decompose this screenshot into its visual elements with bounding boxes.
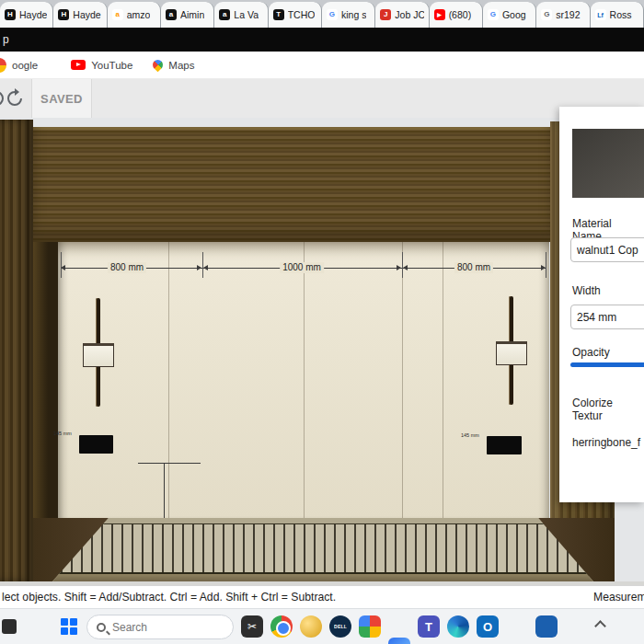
- tab-favicon-glyph: J: [384, 11, 387, 18]
- dell-label: DELL: [334, 624, 347, 629]
- browser-tab[interactable]: ▶(680): [430, 2, 483, 28]
- windows-logo-pane: [61, 627, 68, 635]
- start-button[interactable]: [61, 618, 77, 635]
- tab-label: Job JC: [395, 9, 423, 20]
- tab-label: (680): [449, 9, 472, 20]
- tab-favicon-glyph: G: [329, 11, 335, 18]
- taskbar-corner-icon[interactable]: [2, 619, 17, 634]
- dimension-arrow: [541, 265, 546, 270]
- small-dimension-right: 145 mm: [461, 432, 479, 438]
- bookmark-youtube[interactable]: YouTube: [58, 60, 132, 71]
- windows-logo-pane: [61, 618, 68, 626]
- tab-favicon: a: [166, 9, 177, 20]
- dimension-tick: [546, 252, 546, 278]
- bookmark-label: Maps: [168, 60, 194, 71]
- dimension-arrow: [403, 265, 408, 270]
- browser-tab[interactable]: Gsr192: [536, 2, 590, 28]
- bookmark-maps[interactable]: Maps: [153, 60, 194, 71]
- tray-chevron-icon[interactable]: [594, 620, 606, 632]
- dimension-arrow: [397, 265, 401, 270]
- windows-logo-pane: [70, 627, 77, 635]
- wood-beam: [33, 127, 552, 242]
- browser-tab[interactable]: HHayde: [53, 2, 107, 28]
- texture-name[interactable]: herringbone_f: [572, 436, 640, 449]
- tab-favicon-glyph: T: [276, 11, 281, 18]
- tab-label: sr192: [556, 9, 580, 20]
- chrome-icon[interactable]: [270, 615, 293, 638]
- bookmark-google[interactable]: oogle: [0, 58, 38, 73]
- paint-icon[interactable]: [388, 638, 410, 644]
- tab-favicon: Lf: [595, 9, 606, 20]
- tab-label: Hayde: [73, 9, 100, 20]
- taskbar-search[interactable]: [86, 615, 234, 639]
- dimension-arrow: [197, 265, 201, 270]
- browser-tab[interactable]: GGoog: [483, 2, 536, 28]
- wood-column-left: [0, 120, 33, 581]
- tab-favicon-glyph: a: [223, 11, 226, 18]
- tab-favicon: G: [488, 9, 499, 20]
- browser-tab-strip: HHayde HHayde aamzo aAimin aLa Va TTCHO …: [0, 0, 644, 28]
- tab-favicon-glyph: H: [61, 11, 66, 18]
- tab-favicon: ▶: [434, 9, 445, 20]
- blue-app-icon[interactable]: [535, 615, 558, 638]
- tab-favicon-glyph: G: [544, 11, 549, 18]
- browser-tab[interactable]: HHayde: [0, 2, 53, 28]
- bookmark-label: oogle: [12, 60, 38, 71]
- tab-favicon-glyph: a: [169, 11, 173, 18]
- tab-label: TCHO: [288, 9, 316, 20]
- panel-seam: [304, 242, 305, 520]
- google-icon: [0, 58, 6, 73]
- black-box-left: [79, 435, 113, 454]
- tab-label: Ross: [610, 9, 632, 20]
- width-input[interactable]: [570, 305, 644, 329]
- tab-favicon: J: [380, 9, 391, 20]
- browser-tab[interactable]: aamzo: [108, 2, 161, 28]
- search-icon: [97, 623, 106, 632]
- bookmarks-bar: oogle YouTube Maps: [0, 52, 644, 79]
- browser-tab[interactable]: aAimin: [161, 2, 214, 28]
- tab-label: amzo: [127, 9, 151, 20]
- windows-logo-pane: [70, 618, 77, 626]
- tab-favicon-glyph: Lf: [597, 12, 604, 18]
- tab-favicon: H: [5, 9, 16, 20]
- browser-tab[interactable]: aLa Va: [214, 2, 268, 28]
- panel-seam: [402, 242, 403, 520]
- tab-favicon: G: [327, 9, 338, 20]
- search-input[interactable]: [112, 621, 213, 634]
- tab-label: La Va: [234, 9, 259, 20]
- dimension-label-left: 800 mm: [108, 262, 146, 273]
- opacity-slider[interactable]: [570, 362, 644, 367]
- redo-icon[interactable]: [4, 87, 26, 109]
- teams-icon[interactable]: [418, 615, 440, 638]
- material-thumbnail[interactable]: [572, 129, 644, 198]
- saved-button[interactable]: SAVED: [31, 79, 92, 118]
- tab-label: Hayde: [19, 9, 47, 20]
- window-header-text: p: [3, 33, 9, 46]
- tab-label: king s: [341, 9, 366, 20]
- browser-tab[interactable]: Gking s: [322, 2, 375, 28]
- 3d-viewport[interactable]: 800 mm 1000 mm 800 mm 145 mm 145 mm: [0, 118, 644, 585]
- tab-favicon-glyph: a: [115, 11, 119, 18]
- width-label: Width: [572, 284, 601, 297]
- small-dimension-left: 145 mm: [53, 431, 72, 436]
- panel-seam: [443, 242, 443, 520]
- dell-icon[interactable]: DELL: [329, 615, 351, 638]
- tab-favicon: G: [541, 9, 552, 20]
- material-name-input[interactable]: [570, 237, 644, 262]
- outlook-icon[interactable]: [477, 615, 499, 638]
- edge-icon[interactable]: [447, 615, 469, 638]
- photos-icon[interactable]: [359, 615, 381, 638]
- browser-tab[interactable]: JJob JC: [375, 2, 429, 28]
- youtube-icon: [71, 60, 86, 70]
- bookmark-label: YouTube: [91, 60, 132, 71]
- tab-favicon: H: [58, 9, 69, 20]
- status-hint: lect objects. Shift = Add/Subtract. Ctrl…: [2, 591, 336, 604]
- browser-tab[interactable]: TTCHO: [269, 2, 322, 28]
- measurements-box[interactable]: Measurem: [593, 591, 644, 604]
- browser-tab[interactable]: LfRoss: [591, 2, 644, 28]
- gold-app-icon[interactable]: [300, 615, 322, 638]
- window-header: p: [0, 28, 644, 52]
- tab-favicon-glyph: H: [7, 11, 13, 18]
- material-panel: Material Name Width Opacity Colorize Tex…: [559, 107, 644, 502]
- snipping-tool-icon[interactable]: [241, 615, 263, 638]
